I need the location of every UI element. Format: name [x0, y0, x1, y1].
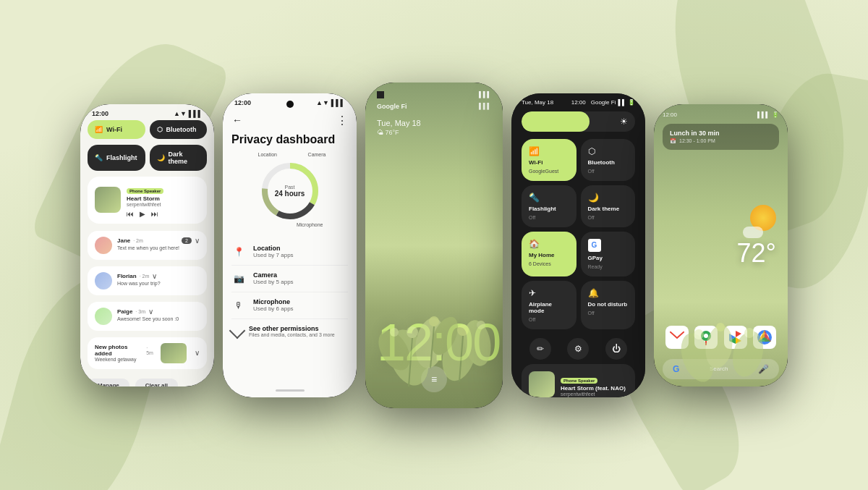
- flashlight-tile-sub: Off: [529, 215, 569, 220]
- gpay-tile-label: GPay: [588, 255, 629, 261]
- clear-all-button[interactable]: Clear all: [135, 379, 178, 386]
- manage-row: Manage Clear all: [88, 376, 207, 386]
- notif-msg-florian: How was your trip?: [117, 281, 200, 286]
- notification-jane[interactable]: Jane · 2m 2 ∨ Text me when you get here!: [88, 231, 207, 260]
- avatar-paige: [95, 308, 112, 325]
- photos-notif-title: New photos added: [95, 344, 143, 357]
- microphone-info: Microphone Used by 6 apps: [253, 298, 348, 312]
- airplane-tile[interactable]: ✈ Airplane mode Off: [522, 281, 576, 329]
- see-other-label: See other permissions: [249, 325, 335, 332]
- power-button[interactable]: ⏻: [605, 338, 627, 360]
- back-button[interactable]: ←: [231, 114, 243, 126]
- notif-time-florian: · 2m: [140, 274, 150, 279]
- prev-button[interactable]: ⏮: [127, 210, 134, 218]
- location-label: Location: [258, 152, 277, 157]
- edit-button[interactable]: ✏: [529, 338, 551, 360]
- see-other-permissions[interactable]: See other permissions Files and media, c…: [231, 319, 348, 343]
- notif-time-jane: · 2m: [133, 238, 143, 243]
- phone5-flower-svg: [654, 104, 788, 386]
- manage-button[interactable]: Manage: [88, 379, 129, 386]
- myhome-tile-icon: 🏠: [529, 239, 569, 249]
- music-info: Phone Speaker Heart Storm serpentwithfee…: [127, 182, 200, 218]
- phone4-date: Tue, May 18: [522, 99, 553, 106]
- phone2-header: ← ⋮: [231, 109, 348, 133]
- notification-florian[interactable]: Florian · 2m ∨ How was your trip?: [88, 266, 207, 295]
- expand-icon-jane[interactable]: ∨: [195, 237, 200, 245]
- phone3-screen: ▌▌▌ Google Fi ▌▌▌ Tue, May 18 🌤 76°F 12:…: [365, 83, 503, 408]
- quick-toggle-row1: 📶 Wi-Fi ⬡ Bluetooth: [88, 120, 207, 139]
- flashlight-tile-icon: 🔦: [529, 193, 569, 203]
- phone-notifications: 12:00 ▲▼ ▌▌▌ 📶 Wi-Fi ⬡ Bluetooth: [80, 104, 214, 386]
- gpay-tile[interactable]: G GPay Ready: [581, 232, 636, 276]
- flashlight-tile[interactable]: 🔦 Flashlight Off: [522, 185, 576, 227]
- darktheme-toggle[interactable]: 🌙 Dark theme: [150, 145, 208, 171]
- location-icon: 📍: [231, 245, 246, 259]
- notification-paige[interactable]: Paige · 3m ∨ Awesome! See you soon :0: [88, 302, 207, 331]
- phones-container: 12:00 ▲▼ ▌▌▌ 📶 Wi-Fi ⬡ Bluetooth: [80, 83, 788, 408]
- phone4-content: Tue, May 18 12:00 Google Fi ▌▌ 🔋 ☀: [511, 93, 645, 397]
- play-button[interactable]: ▶: [140, 210, 145, 218]
- flashlight-toggle[interactable]: 🔦 Flashlight: [88, 145, 145, 171]
- svg-point-13: [457, 324, 469, 336]
- notif-msg-paige: Awesome! See you soon :0: [117, 316, 200, 321]
- phone2-signal: ▲▼ ▌▌▌: [316, 99, 345, 106]
- phone4-music-artist: serpentwithfeet: [561, 392, 628, 397]
- phone4-speaker-badge: Phone Speaker: [561, 378, 597, 384]
- phone2-time: 12:00: [234, 99, 251, 106]
- photos-thumbnail: [161, 343, 187, 363]
- wifi-tile[interactable]: 📶 Wi-Fi GoogleGuest: [522, 139, 576, 181]
- wifi-tile-icon: 📶: [529, 146, 569, 156]
- phone-clock: ▌▌▌ Google Fi ▌▌▌ Tue, May 18 🌤 76°F 12:…: [365, 83, 503, 408]
- settings-button[interactable]: ⚙: [567, 338, 589, 360]
- myhome-tile[interactable]: 🏠 My Home 6 Devices: [522, 232, 576, 276]
- notif-paige-text: Paige · 3m ∨ Awesome! See you soon :0: [117, 308, 200, 321]
- camera-perm-name: Camera: [253, 271, 348, 279]
- expand-icon-paige[interactable]: ∨: [148, 308, 153, 316]
- music-card: Phone Speaker Heart Storm serpentwithfee…: [88, 177, 207, 224]
- bluetooth-tile[interactable]: ⬡ Bluetooth Off: [581, 139, 636, 181]
- phone4-app-name: Google Fi: [591, 99, 616, 106]
- microphone-perm-sub: Used by 6 apps: [253, 305, 348, 312]
- notif-sender-jane: Jane: [117, 237, 130, 244]
- next-button[interactable]: ⏭: [151, 210, 158, 218]
- music-artwork: [95, 187, 121, 213]
- phone4-music-card: Phone Speaker Heart Storm (feat. NAO) se…: [522, 364, 635, 397]
- location-info: Location Used by 7 apps: [253, 245, 348, 258]
- phone4-music-top: Phone Speaker Heart Storm (feat. NAO) se…: [529, 371, 628, 397]
- camera-perm-sub: Used by 5 apps: [253, 279, 348, 285]
- wifi-tile-label: Wi-Fi: [529, 159, 569, 166]
- myhome-tile-label: My Home: [529, 252, 569, 258]
- wifi-icon: 📶: [95, 126, 103, 133]
- notif-sender-paige: Paige: [117, 308, 132, 315]
- more-options-button[interactable]: ⋮: [336, 114, 348, 127]
- dnd-tile[interactable]: 🔔 Do not disturb Off: [581, 281, 636, 329]
- microphone-permission[interactable]: 🎙 Microphone Used by 6 apps: [231, 292, 348, 319]
- myhome-tile-sub: 6 Devices: [529, 261, 569, 266]
- phone-speaker-badge: Phone Speaker: [127, 188, 163, 194]
- see-other-sub: Files and media, contacts, and 3 more: [249, 332, 335, 337]
- phone4-brightness-slider-row: ☀: [511, 109, 645, 135]
- music-controls: ⏮ ▶ ⏭: [127, 210, 200, 218]
- camera-permission[interactable]: 📷 Camera Used by 5 apps: [231, 266, 348, 292]
- location-permission[interactable]: 📍 Location Used by 7 apps: [231, 239, 348, 266]
- photos-notif-subtitle: Weekend getaway: [95, 357, 156, 362]
- bluetooth-toggle[interactable]: ⬡ Bluetooth: [150, 120, 208, 139]
- phone-privacy: 12:00 ▲▼ ▌▌▌ ← ⋮ Privacy dashboard Locat…: [223, 93, 357, 397]
- location-perm-sub: Used by 7 apps: [253, 252, 348, 258]
- photos-notification[interactable]: New photos added · 5m Weekend getaway ∨: [88, 337, 207, 369]
- expand-icon-florian[interactable]: ∨: [152, 272, 157, 280]
- brightness-slider[interactable]: ☀: [522, 111, 635, 132]
- notif-florian-text: Florian · 2m ∨ How was your trip?: [117, 272, 200, 286]
- microphone-icon: 🎙: [231, 298, 246, 313]
- phone4-signal: 12:00 Google Fi ▌▌ 🔋: [571, 99, 635, 106]
- airplane-tile-sub: Off: [529, 317, 569, 322]
- punch-hole-camera: [286, 101, 294, 108]
- bluetooth-tile-sub: Off: [588, 169, 629, 174]
- svg-point-12: [390, 328, 399, 337]
- wifi-toggle[interactable]: 📶 Wi-Fi: [88, 120, 145, 139]
- photos-notif-time: · 5m: [146, 345, 156, 355]
- darktheme-tile[interactable]: 🌙 Dark theme Off: [581, 185, 636, 227]
- flashlight-icon: 🔦: [95, 154, 103, 161]
- phone4-music-info: Phone Speaker Heart Storm (feat. NAO) se…: [561, 372, 628, 397]
- photos-expand-icon[interactable]: ∨: [195, 349, 200, 357]
